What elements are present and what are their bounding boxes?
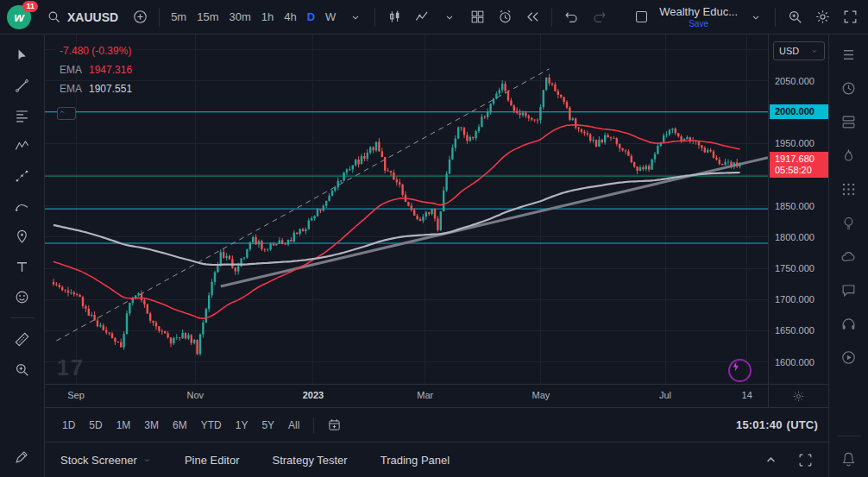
- zoom-tool-button[interactable]: [9, 357, 35, 381]
- go-to-date-button[interactable]: [321, 412, 347, 438]
- boost-button[interactable]: [728, 359, 752, 382]
- time-axis[interactable]: SepNov2023MarMayJul14: [45, 384, 828, 407]
- emoji-tool-button[interactable]: [9, 285, 35, 309]
- panel-maximize-button[interactable]: [794, 449, 816, 471]
- timeframe-4h[interactable]: 4h: [279, 4, 301, 30]
- indicators-menu-button[interactable]: [437, 4, 462, 30]
- time-label-2023[interactable]: 2023: [303, 390, 324, 400]
- range-1m[interactable]: 1M: [110, 416, 138, 435]
- compare-symbol-button[interactable]: [127, 4, 153, 30]
- timeframe-d[interactable]: D: [302, 4, 320, 30]
- fib-retracement-tool-button[interactable]: [9, 104, 35, 128]
- ideas-button[interactable]: [837, 211, 861, 234]
- time-label-sep[interactable]: Sep: [67, 390, 85, 400]
- redo-button[interactable]: [586, 4, 612, 30]
- toolbar-separator: [313, 417, 314, 433]
- calendar-plus-icon: [327, 417, 342, 432]
- timeframe-menu-button[interactable]: [343, 4, 368, 30]
- watchlist-button[interactable]: [837, 43, 861, 66]
- range-1d[interactable]: 1D: [55, 416, 82, 435]
- notifications-button[interactable]: [837, 448, 861, 470]
- pattern-tool-button[interactable]: [9, 134, 35, 158]
- timeframe-5m[interactable]: 5m: [166, 4, 192, 30]
- range-6m[interactable]: 6M: [166, 416, 194, 435]
- chart-settings-button[interactable]: [809, 4, 835, 30]
- text-tool-button[interactable]: [9, 254, 35, 279]
- candlestick-icon: [387, 9, 403, 25]
- indicators-button[interactable]: [409, 4, 435, 30]
- timeframe-15m[interactable]: 15m: [192, 4, 223, 30]
- account-logo[interactable]: w 11: [5, 3, 36, 31]
- hotlists-button[interactable]: [837, 144, 861, 166]
- layout-name-block[interactable]: Wealthy Educ... Save: [656, 3, 741, 32]
- timeframe-1h[interactable]: 1h: [256, 4, 279, 30]
- price-label: 1600.000: [775, 356, 815, 368]
- tradingview-watermark[interactable]: 17: [57, 355, 85, 380]
- toolbar-separator: [374, 8, 375, 27]
- brush-icon: [14, 198, 30, 215]
- range-ytd[interactable]: YTD: [194, 416, 229, 435]
- symbol-search-button[interactable]: XAUUSD: [40, 4, 125, 30]
- timeframe-30m[interactable]: 30m: [223, 4, 255, 30]
- conversations-button[interactable]: [837, 279, 861, 301]
- bar-style-button[interactable]: [381, 4, 407, 30]
- currency-selector[interactable]: USD: [773, 41, 825, 60]
- bar-replay-button[interactable]: [519, 4, 545, 30]
- save-button[interactable]: Save: [689, 19, 708, 28]
- price-label: 1650.000: [775, 324, 815, 336]
- ema-fast-label: EMA: [60, 64, 82, 76]
- quick-search-button[interactable]: [782, 4, 808, 30]
- chart-region: -7.480 (-0.39%) EMA1947.316 EMA1907.551 …: [45, 35, 828, 384]
- annotation-tool-button[interactable]: [9, 224, 35, 248]
- layout-menu-button[interactable]: [743, 4, 769, 30]
- range-5d[interactable]: 5D: [82, 416, 109, 435]
- range-5y[interactable]: 5Y: [255, 416, 281, 435]
- fullscreen-button[interactable]: [837, 4, 863, 30]
- panel-actions: [759, 449, 816, 471]
- layout-grid-button[interactable]: [464, 4, 490, 30]
- undo-button[interactable]: [558, 4, 584, 30]
- chats-button[interactable]: [837, 245, 861, 267]
- legend-collapse-button[interactable]: [57, 107, 76, 120]
- range-1y[interactable]: 1Y: [229, 416, 255, 435]
- tab-pine-editor[interactable]: Pine Editor: [185, 454, 240, 467]
- alerts-button[interactable]: [837, 77, 861, 99]
- price-label: 1850.000: [775, 200, 815, 212]
- create-alert-button[interactable]: [492, 4, 518, 30]
- range-3m[interactable]: 3M: [137, 416, 166, 435]
- ema-slow-row[interactable]: EMA1907.551: [55, 81, 136, 97]
- timeframe-w[interactable]: W: [320, 4, 341, 30]
- range-all[interactable]: All: [281, 416, 306, 435]
- support-button[interactable]: [837, 312, 861, 335]
- tab-trading-panel[interactable]: Trading Panel: [381, 454, 450, 467]
- layout-select-button[interactable]: [628, 4, 654, 30]
- panel-expand-button[interactable]: [759, 449, 782, 471]
- candlestick-chart[interactable]: [45, 35, 768, 384]
- tab-strategy-tester[interactable]: Strategy Tester: [272, 454, 347, 467]
- brush-tool-button[interactable]: [9, 194, 35, 218]
- time-label-may[interactable]: May: [531, 390, 550, 400]
- object-tree-button[interactable]: [837, 110, 861, 133]
- price-axis[interactable]: USD 2000.000 1917.680 05:58:20 2050.0002…: [768, 35, 828, 384]
- forecast-tool-button[interactable]: [9, 164, 35, 188]
- notification-count-badge: 11: [22, 1, 38, 12]
- time-label-14[interactable]: 14: [742, 390, 752, 400]
- chevron-down-icon: [443, 11, 456, 23]
- time-label-mar[interactable]: Mar: [417, 390, 433, 400]
- ema-fast-row[interactable]: EMA1947.316: [55, 62, 136, 78]
- lightning-icon: [730, 361, 742, 373]
- cursor-tool-button[interactable]: [9, 43, 35, 67]
- clock[interactable]: 15:01:40 (UTC): [736, 418, 818, 431]
- trend-line-tool-button[interactable]: [9, 73, 35, 97]
- chart-plot[interactable]: -7.480 (-0.39%) EMA1947.316 EMA1907.551 …: [45, 35, 768, 384]
- tutorials-button[interactable]: [837, 346, 861, 368]
- time-label-jul[interactable]: Jul: [659, 390, 671, 400]
- layout-title[interactable]: Wealthy Educ...: [659, 5, 738, 18]
- time-axis-settings-button[interactable]: [789, 386, 808, 405]
- calendar-button[interactable]: [837, 178, 861, 200]
- drawings-panel-button[interactable]: [9, 444, 35, 468]
- time-label-nov[interactable]: Nov: [187, 390, 204, 400]
- tab-stock-screener[interactable]: Stock Screener: [60, 454, 152, 467]
- cursor-icon: [14, 47, 30, 64]
- measure-tool-button[interactable]: [9, 327, 35, 351]
